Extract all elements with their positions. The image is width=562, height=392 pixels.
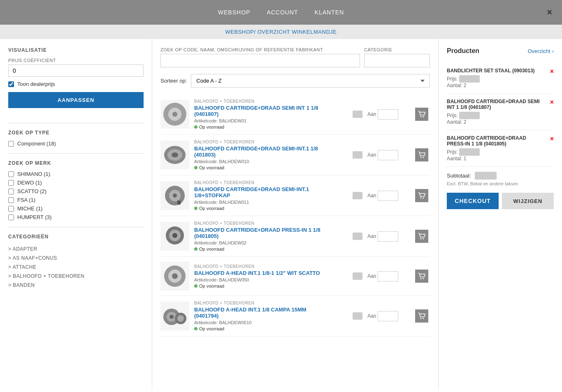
nav-webshop[interactable]: WEBSHOP: [218, 9, 251, 16]
add-to-cart-button-1[interactable]: [415, 108, 428, 121]
product-name-1[interactable]: BALHOOFD CARTRIDGE+DRAAD SEMI INT 1 1/8 …: [194, 105, 325, 117]
product-image-6: [160, 302, 189, 330]
product-price-4: ---: [330, 233, 362, 240]
search-bar-row: ZOEK OP CODE, NAAM, OMSCHRIJVING OF REFE…: [160, 47, 430, 67]
product-name-2[interactable]: BALHOOFD CARTRIDGE+DRAAD SEMI-INT.1 1/8 …: [194, 145, 325, 158]
qty-input-4[interactable]: [378, 231, 398, 242]
scatto-checkbox[interactable]: [8, 189, 14, 194]
qty-input-5[interactable]: [378, 271, 398, 281]
dewo-checkbox[interactable]: [8, 180, 14, 186]
product-price-2: ---: [330, 151, 362, 159]
product-image-1: [160, 100, 189, 129]
product-name-5[interactable]: BALHOOFD A-HEAD INT.1 1/8-1 1/2" WIT SCA…: [194, 270, 325, 276]
shimano-checkbox[interactable]: [8, 171, 14, 177]
component-checkbox[interactable]: [8, 141, 14, 147]
cat-label: CATEGORIE: [364, 47, 430, 52]
merk-miche: MICHE (1): [8, 205, 144, 212]
qty-input-1[interactable]: [378, 109, 398, 120]
svg-point-18: [172, 233, 177, 238]
cat-banden[interactable]: BANDEN: [8, 281, 144, 290]
right-panel: Producten Overzicht × BANDLICHTER SET ST…: [439, 39, 562, 390]
product-row: BALHOOFD + TOEBEHOREN BALHOOFD A-HEAD IN…: [160, 296, 430, 337]
product-qty-3: Aan: [367, 191, 409, 201]
product-stock-6: Op voorraad: [194, 326, 325, 331]
svg-point-32: [423, 318, 424, 319]
merk-fsa: FSA (1): [8, 197, 144, 203]
product-name-4[interactable]: BALHOOFD CARTRIDGE+DRAAD PRESS-IN 1 1/8 …: [194, 227, 325, 239]
sort-row: Sorteer op: Code A - Z Code Z - A Naam A…: [160, 74, 430, 88]
left-sidebar: VISUALISATIE PRIJS COËFFICIËNT 0 Toon de…: [0, 39, 152, 390]
add-to-cart-button-4[interactable]: [415, 230, 428, 243]
product-image-3: [160, 181, 189, 210]
cart-remove-button-3[interactable]: ×: [550, 135, 554, 143]
cart-remove-button-1[interactable]: ×: [550, 68, 554, 75]
product-list: BALHOOFD + TOEBEHOREN BALHOOFD CARTRIDGE…: [160, 94, 430, 337]
overzicht-link[interactable]: Overzicht: [528, 48, 554, 54]
nav-klanten[interactable]: KLANTEN: [315, 9, 344, 16]
product-row: BALHOOFD + TOEBEHOREN BALHOOFD CARTRIDGE…: [160, 175, 430, 216]
cart-item-title-1: BANDLICHTER SET STAAL (0903013): [447, 68, 554, 74]
product-name-3[interactable]: BALHOOFD CARTRIDGE+DRAAD SEMI-INT.1 1/8+…: [194, 186, 325, 198]
dewo-label: DEWO (1): [17, 180, 42, 186]
qty-input-6[interactable]: [378, 311, 398, 321]
cat-input-wrapper: CATEGORIE: [364, 47, 430, 67]
add-to-cart-button-3[interactable]: [415, 189, 428, 202]
product-category-6: BALHOOFD + TOEBEHOREN: [194, 301, 325, 305]
right-panel-header: Producten Overzicht: [447, 47, 554, 55]
product-code-6: Artikelcode: BALHDEW0510: [194, 320, 325, 325]
search-input-wrapper: ZOEK OP CODE, NAAM, OMSCHRIJVING OF REFE…: [160, 47, 360, 67]
merk-scatto: SCATTO (2): [8, 188, 144, 194]
checkout-button[interactable]: CHECKOUT: [447, 193, 499, 209]
center-content: ZOEK OP CODE, NAAM, OMSCHRIJVING OF REFE…: [152, 39, 439, 390]
wijzigen-button[interactable]: WIJZIGEN: [502, 193, 554, 209]
close-button[interactable]: ×: [547, 7, 552, 18]
add-to-cart-button-5[interactable]: [415, 270, 428, 283]
add-to-cart-5: [413, 270, 430, 283]
cart-item-title-2: BALHOOFD CARTRIDGE+DRAAD SEMI INT 1 1/8 …: [447, 99, 554, 110]
cat-balhoofd[interactable]: BALHOOFD + TOEBEHOREN: [8, 272, 144, 281]
add-to-cart-1: [413, 108, 430, 121]
product-category-5: BALHOOFD + TOEBEHOREN: [194, 264, 325, 269]
prijs-label: PRIJS COËFFICIËNT: [8, 58, 144, 63]
add-to-cart-3: [413, 189, 430, 202]
product-image-4: [160, 222, 189, 251]
zoek-op-merk-title: ZOEK OP MERK: [8, 160, 144, 166]
product-name-6[interactable]: BALHOOFD A-HEAD INT.1 1/8 CAMPA 15MM (04…: [194, 307, 325, 319]
merk-dewo: DEWO (1): [8, 180, 144, 186]
svg-point-13: [173, 194, 177, 198]
search-input[interactable]: [160, 54, 360, 67]
add-to-cart-2: [413, 148, 430, 161]
cat-asnaaf[interactable]: AS NAAF+CONUS: [8, 254, 144, 263]
svg-point-19: [420, 238, 422, 240]
cart-item-price-1: Prijs: ---: [447, 75, 554, 83]
toon-dealerprijs-row: Toon dealerprijs: [8, 81, 144, 87]
miche-checkbox[interactable]: [8, 206, 14, 212]
nav-account[interactable]: ACCOUNT: [267, 9, 298, 16]
add-to-cart-button-6[interactable]: [415, 309, 428, 323]
product-code-2: Artikelcode: BALHDEW010: [194, 159, 325, 164]
sort-select[interactable]: Code A - Z Code Z - A Naam A - Z Naam Z …: [191, 74, 430, 88]
product-row: BALHOOFD + TOEBEHOREN BALHOOFD CARTRIDGE…: [160, 94, 430, 135]
cat-attache[interactable]: ATTACHE: [8, 263, 144, 272]
humpert-checkbox[interactable]: [8, 214, 14, 220]
cat-adapter[interactable]: ADAPTER: [8, 244, 144, 254]
add-to-cart-6: [413, 309, 430, 323]
product-stock-3: Op voorraad: [194, 206, 325, 211]
product-info-3: BALHOOFD + TOEBEHOREN BALHOOFD CARTRIDGE…: [194, 180, 325, 211]
toon-dealerprijs-checkbox[interactable]: [8, 81, 14, 87]
merk-filter-section: SHIMANO (1) DEWO (1) SCATTO (2) FSA (1) …: [8, 171, 144, 220]
product-stock-1: Op voorraad: [194, 125, 325, 129]
product-price-5: ---: [330, 272, 362, 280]
qty-input-3[interactable]: [378, 191, 398, 201]
product-row: BALHOOFD + TOEBEHOREN BALHOOFD CARTRIDGE…: [160, 216, 430, 257]
cart-item-price-2: Prijs: ---: [447, 112, 554, 119]
toon-dealerprijs-label: Toon dealerprijs: [17, 81, 55, 87]
cart-remove-button-2[interactable]: ×: [550, 99, 554, 106]
add-to-cart-button-2[interactable]: [415, 148, 428, 161]
fsa-checkbox[interactable]: [8, 197, 14, 203]
prijs-input[interactable]: 0: [8, 65, 144, 77]
qty-input-2[interactable]: [378, 150, 398, 160]
humpert-label: HUMPERT (3): [17, 214, 51, 220]
aanpassen-button[interactable]: AANPASSEN: [8, 92, 144, 108]
cat-input[interactable]: [364, 54, 430, 67]
